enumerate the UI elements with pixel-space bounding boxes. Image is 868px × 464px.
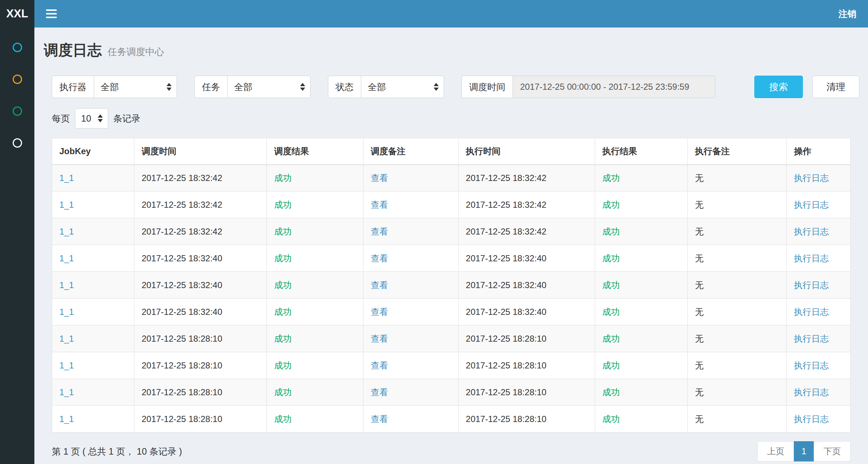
job-key-link[interactable]: 1_1: [59, 253, 74, 263]
trigger-time-cell: 2017-12-25 18:32:40: [142, 307, 222, 317]
trigger-result-cell: 成功: [274, 253, 291, 263]
navbar-main: 注销: [34, 0, 868, 28]
handle-time-cell: 2017-12-25 18:28:10: [466, 387, 547, 397]
logout-link[interactable]: 注销: [838, 8, 856, 20]
trigger-result-cell: 成功: [274, 200, 291, 210]
filter-bar: 执行器 全部 任务 全部 状态 全部 调度时间 搜索 清理: [52, 76, 851, 98]
table-header-row: JobKey调度时间调度结果调度备注执行时间执行结果执行备注操作: [52, 138, 851, 165]
prev-page-button[interactable]: 上页: [757, 441, 794, 461]
status-selected-value: 全部: [368, 81, 386, 93]
trigger-time-cell: 2017-12-25 18:32:40: [142, 253, 222, 263]
trigger-remark-link[interactable]: 查看: [371, 334, 388, 343]
status-label: 状态: [328, 76, 361, 98]
circle-icon: [13, 75, 22, 84]
handle-result-cell: 成功: [602, 360, 620, 370]
handle-time-cell: 2017-12-25 18:32:40: [466, 253, 547, 263]
job-key-link[interactable]: 1_1: [59, 334, 74, 343]
job-key-link[interactable]: 1_1: [59, 173, 74, 183]
handle-result-cell: 成功: [602, 227, 620, 236]
page-size-select[interactable]: 10: [75, 108, 108, 128]
execution-log-link[interactable]: 执行日志: [794, 173, 829, 183]
trigger-remark-link[interactable]: 查看: [371, 414, 388, 424]
execution-log-link[interactable]: 执行日志: [794, 227, 829, 236]
handle-time-cell: 2017-12-25 18:32:42: [466, 173, 547, 183]
trigger-remark-link[interactable]: 查看: [371, 280, 388, 290]
column-header: 调度时间: [134, 138, 267, 165]
circle-icon: [13, 106, 22, 116]
job-key-link[interactable]: 1_1: [59, 227, 74, 236]
trigger-time-cell: 2017-12-25 18:32:42: [142, 173, 222, 183]
job-key-link[interactable]: 1_1: [59, 280, 74, 290]
handle-time-cell: 2017-12-25 18:32:42: [466, 227, 547, 236]
handle-result-cell: 成功: [602, 307, 620, 317]
execution-log-link[interactable]: 执行日志: [794, 334, 829, 343]
executor-filter-group: 执行器 全部: [52, 76, 177, 98]
search-button[interactable]: 搜索: [754, 76, 803, 98]
execution-log-link[interactable]: 执行日志: [794, 360, 829, 370]
sidebar: [0, 28, 34, 464]
handle-time-cell: 2017-12-25 18:32:40: [466, 280, 547, 290]
trigger-remark-link[interactable]: 查看: [371, 307, 388, 317]
trigger-result-cell: 成功: [274, 280, 291, 290]
trigger-remark-link[interactable]: 查看: [371, 360, 388, 370]
execution-log-link[interactable]: 执行日志: [794, 414, 829, 424]
sidebar-item[interactable]: [0, 95, 34, 127]
column-header: 操作: [787, 138, 851, 165]
page-size-prefix: 每页: [52, 113, 70, 125]
job-key-link[interactable]: 1_1: [59, 414, 74, 424]
trigger-result-cell: 成功: [274, 360, 291, 370]
trigger-remark-link[interactable]: 查看: [371, 253, 388, 263]
execution-log-link[interactable]: 执行日志: [794, 253, 829, 263]
trigger-remark-link[interactable]: 查看: [371, 200, 388, 210]
trigger-result-cell: 成功: [274, 307, 291, 317]
trigger-remark-link[interactable]: 查看: [371, 227, 388, 236]
status-select[interactable]: 全部: [361, 76, 444, 98]
execution-log-link[interactable]: 执行日志: [794, 200, 829, 210]
status-filter-group: 状态 全部: [328, 76, 444, 98]
column-header: 执行结果: [595, 138, 688, 165]
table-row: 1_12017-12-25 18:32:40成功查看2017-12-25 18:…: [52, 245, 851, 272]
sidebar-item[interactable]: [0, 63, 34, 95]
handle-remark-cell: 无: [695, 227, 704, 236]
table-row: 1_12017-12-25 18:28:10成功查看2017-12-25 18:…: [52, 406, 851, 433]
clear-button[interactable]: 清理: [812, 76, 859, 98]
executor-select[interactable]: 全部: [94, 76, 177, 98]
trigger-time-range-input[interactable]: [513, 76, 715, 98]
execution-log-link[interactable]: 执行日志: [794, 387, 829, 397]
execution-log-link[interactable]: 执行日志: [794, 280, 829, 290]
job-filter-group: 任务 全部: [194, 76, 311, 98]
trigger-remark-link[interactable]: 查看: [371, 173, 388, 183]
page-subtitle: 任务调度中心: [108, 46, 164, 57]
handle-result-cell: 成功: [602, 387, 620, 397]
next-page-button[interactable]: 下页: [814, 441, 851, 461]
sidebar-item[interactable]: [0, 127, 34, 159]
current-page-button[interactable]: 1: [794, 441, 814, 461]
trigger-time-cell: 2017-12-25 18:28:10: [142, 414, 222, 424]
trigger-remark-link[interactable]: 查看: [371, 387, 388, 397]
job-key-link[interactable]: 1_1: [59, 360, 74, 370]
main-content: 调度日志 任务调度中心 执行器 全部 任务 全部 状态 全部 调度: [34, 0, 868, 461]
sidebar-item[interactable]: [0, 31, 34, 63]
page-header: 调度日志 任务调度中心: [44, 41, 851, 62]
trigger-time-cell: 2017-12-25 18:28:10: [142, 387, 222, 397]
column-header: 调度备注: [363, 138, 459, 165]
page-size-row: 每页 10 条记录: [52, 108, 851, 128]
job-key-link[interactable]: 1_1: [59, 307, 74, 317]
app-logo[interactable]: XXL: [0, 0, 34, 28]
trigger-time-cell: 2017-12-25 18:28:10: [142, 360, 222, 370]
select-arrows-icon: [300, 83, 305, 91]
circle-icon: [13, 138, 22, 148]
handle-remark-cell: 无: [695, 200, 704, 210]
handle-remark-cell: 无: [695, 173, 704, 183]
job-key-link[interactable]: 1_1: [59, 200, 74, 210]
select-arrows-icon: [167, 83, 172, 91]
execution-log-link[interactable]: 执行日志: [794, 307, 829, 317]
trigger-result-cell: 成功: [274, 227, 291, 236]
handle-time-cell: 2017-12-25 18:28:10: [466, 414, 547, 424]
job-key-link[interactable]: 1_1: [59, 387, 74, 397]
trigger-time-cell: 2017-12-25 18:28:10: [142, 334, 222, 343]
job-label: 任务: [194, 76, 227, 98]
hamburger-icon[interactable]: [45, 7, 58, 20]
table-row: 1_12017-12-25 18:32:40成功查看2017-12-25 18:…: [52, 299, 851, 325]
job-select[interactable]: 全部: [227, 76, 311, 98]
